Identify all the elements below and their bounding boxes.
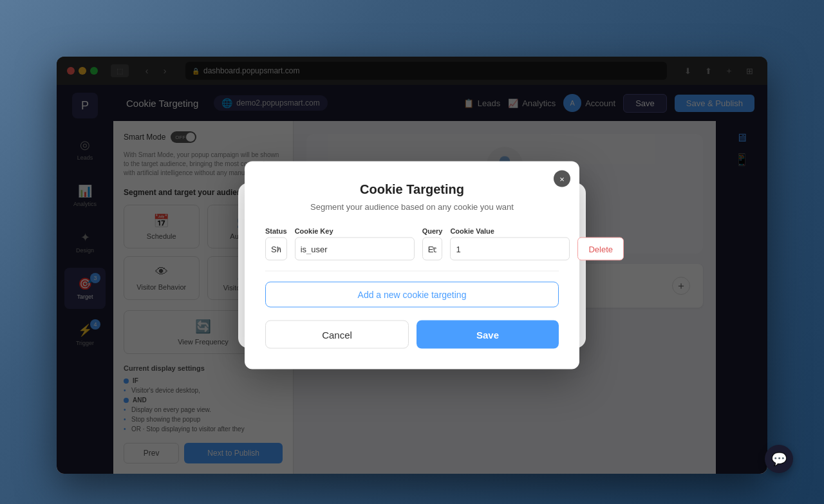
cookie-fields-row: Status Show Hide ▼ Cookie Key bbox=[265, 227, 559, 261]
modal-overlay: 👤 Audience Target your audience in a min… bbox=[57, 57, 767, 474]
chat-icon: 💬 bbox=[771, 451, 787, 467]
modal-divider bbox=[265, 271, 559, 272]
query-select-wrapper: Equals Contains Starts with Ends with ▼ bbox=[422, 238, 443, 261]
modal-footer: Cancel Save bbox=[265, 321, 559, 349]
query-field-group: Query Equals Contains Starts with Ends w… bbox=[422, 227, 443, 261]
save-cookie-modal-button[interactable]: Save bbox=[417, 321, 559, 349]
cookie-key-input[interactable] bbox=[295, 238, 415, 261]
status-select[interactable]: Show Hide bbox=[265, 238, 287, 261]
cookie-modal-title: Cookie Targeting bbox=[265, 182, 559, 197]
cookie-value-input[interactable] bbox=[450, 238, 570, 261]
cookie-targeting-modal: × Cookie Targeting Segment your audience… bbox=[245, 162, 579, 369]
cookie-modal-subtitle: Segment your audience based on any cooki… bbox=[265, 202, 559, 212]
cookie-key-field-label: Cookie Key bbox=[295, 227, 415, 235]
chat-button[interactable]: 💬 bbox=[765, 445, 793, 473]
query-field-label: Query bbox=[422, 227, 443, 235]
query-select[interactable]: Equals Contains Starts with Ends with bbox=[422, 238, 443, 261]
cancel-button[interactable]: Cancel bbox=[265, 321, 409, 349]
cookie-value-field-label: Cookie Value bbox=[450, 227, 570, 235]
app-content: P ◎ Leads 📊 Analytics ✦ Design 3 🎯 Targe… bbox=[57, 85, 767, 474]
browser-window: ⬚ ‹ › 🔒 dashboard.popupsmart.com ⬇ ⬆ ＋ ⊞… bbox=[57, 57, 767, 474]
cookie-value-field-group: Cookie Value bbox=[450, 227, 570, 261]
status-field-group: Status Show Hide ▼ bbox=[265, 227, 287, 261]
status-field-label: Status bbox=[265, 227, 287, 235]
delete-row-button[interactable]: Delete bbox=[577, 238, 624, 261]
cookie-modal-close-button[interactable]: × bbox=[554, 171, 570, 187]
add-new-cookie-targeting-button[interactable]: Add a new cookie targeting bbox=[265, 282, 559, 308]
cookie-key-field-group: Cookie Key bbox=[295, 227, 415, 261]
status-select-wrapper: Show Hide ▼ bbox=[265, 238, 287, 261]
